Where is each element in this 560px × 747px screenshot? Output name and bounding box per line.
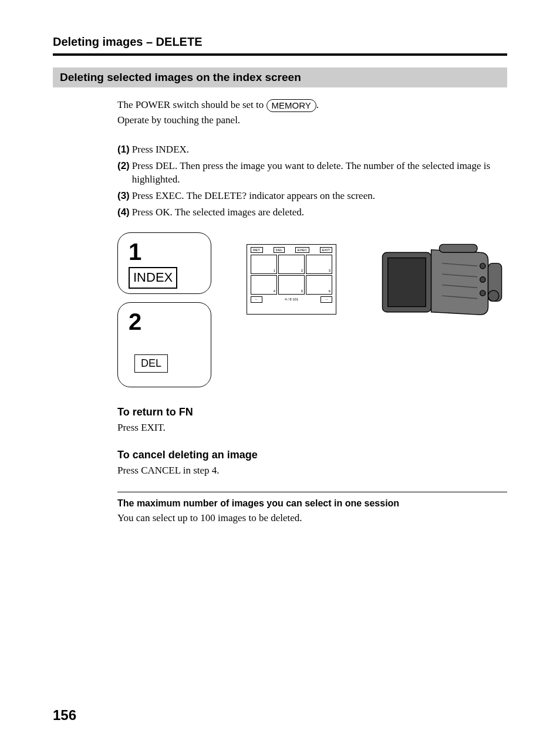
index-button-label: INDEX [129,267,177,289]
return-fn-heading: To return to FN [117,405,507,420]
screen-top-buttons: RET. DEL EXEC EXIT [249,247,333,253]
note-text: You can select up to 100 images to be de… [117,511,507,525]
svg-point-6 [488,290,499,301]
step-num: (3) [117,189,130,203]
step-text: Press DEL. Then press the image you want… [132,159,507,187]
svg-rect-7 [440,244,478,252]
ret-button: RET. [251,247,263,253]
thumb-cell: 2 [278,255,305,274]
exit-button: EXIT [320,247,332,253]
svg-rect-1 [388,258,426,306]
camcorder-illustration [372,232,507,332]
step-text: Press EXEC. The DELETE? indicator appear… [132,189,375,203]
cancel-heading: To cancel deleting an image [117,448,507,462]
intro-line-1: The POWER switch should be set to MEMORY… [117,98,507,112]
step-1: (1) Press INDEX. [117,143,507,157]
page-number: 156 [53,707,76,724]
panel-1: 1 INDEX [117,232,211,294]
intro-pre: The POWER switch should be set to [117,99,266,110]
step-2: (2) Press DEL. Then press the image you … [117,159,507,187]
screen-bottom: ← 4 / 8 101 → [249,296,333,302]
thumbnail-grid: 1 2 3 4 5 6 [249,255,333,295]
step-text: Press INDEX. [132,143,189,157]
step-3: (3) Press EXEC. The DELETE? indicator ap… [117,189,507,203]
thumb-cell: 1 [251,255,277,274]
return-fn-text: Press EXIT. [117,421,507,435]
intro-line-2: Operate by touching the panel. [117,113,507,127]
intro-post: . [316,99,319,110]
panel-2-number: 2 [129,310,194,333]
svg-point-4 [480,277,485,282]
body-content: The POWER switch should be set to MEMORY… [117,98,507,525]
cancel-text: Press CANCEL in step 4. [117,464,507,478]
left-arrow-icon: ← [251,296,262,302]
thumb-cell: 6 [306,275,332,295]
camera-screen: RET. DEL EXEC EXIT 1 2 3 4 5 6 ← 4 / 8 1… [247,244,336,315]
memory-pill: MEMORY [266,99,316,112]
step-num: (1) [117,143,130,157]
panel-1-number: 1 [129,240,194,263]
steps-list: (1) Press INDEX. (2) Press DEL. Then pre… [117,143,507,219]
step-text: Press OK. The selected images are delete… [132,205,304,219]
panel-2: 2 DEL [117,302,211,387]
thumb-cell: 5 [278,275,305,295]
svg-point-3 [480,263,485,269]
svg-point-5 [480,290,485,296]
step-4: (4) Press OK. The selected images are de… [117,205,507,219]
divider [117,492,507,492]
counter-text: 4 / 8 101 [285,297,298,302]
section-heading: Deleting selected images on the index sc… [53,67,507,87]
step-num: (4) [117,205,130,219]
note-heading: The maximum number of images you can sel… [117,497,507,510]
right-arrow-icon: → [321,296,332,302]
exec-button: EXEC [295,247,309,253]
page-header: Deleting images – DELETE [53,35,507,56]
thumb-cell: 3 [306,255,332,274]
step-num: (2) [117,159,130,187]
thumb-cell: 4 [251,275,277,295]
del-button: DEL [274,247,285,253]
del-button-label: DEL [134,354,168,373]
left-panels: 1 INDEX 2 DEL [117,232,211,387]
figure-area: 1 INDEX 2 DEL RET. DEL EXEC EXIT 1 2 3 4… [117,232,507,387]
